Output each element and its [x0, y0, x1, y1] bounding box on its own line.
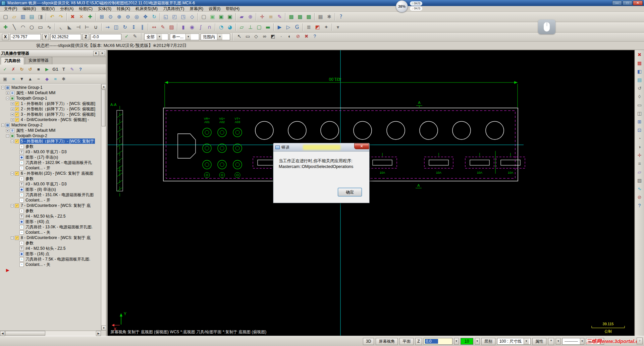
tree-row[interactable]: −▣Toolpath Group-2: [0, 133, 101, 138]
gview-button[interactable]: 屏幕视角: [376, 338, 398, 345]
levels-icon[interactable]: ≣: [305, 23, 313, 32]
surface-2-icon[interactable]: ◕: [226, 23, 234, 32]
tree-row[interactable]: T#3 - M3.00 平底刀 - D3: [0, 181, 101, 187]
chevron-down-icon[interactable]: ▼: [475, 338, 480, 345]
tree-expander[interactable]: −: [11, 140, 14, 143]
gview-right-icon[interactable]: ◳: [179, 13, 187, 21]
tree-horizontal-scrollbar[interactable]: ◀ ▶: [0, 331, 101, 336]
tree-expander[interactable]: +: [11, 108, 14, 111]
list-icon[interactable]: ≡: [636, 160, 644, 168]
tree-row[interactable]: −✓7 - Drill/Counterbore - [WCS: 复制于 底: [0, 203, 101, 208]
tree-expander[interactable]: +: [6, 129, 9, 132]
toggle-toolpath-display-icon[interactable]: ≈: [9, 75, 17, 83]
grid-settings-icon[interactable]: ▦: [316, 13, 325, 21]
select-window-icon[interactable]: ▭: [244, 33, 252, 41]
menu-item-10[interactable]: 设置(I): [206, 6, 223, 12]
menu-item-6[interactable]: 转换(X): [114, 6, 133, 12]
move-up-icon[interactable]: ▲: [26, 75, 34, 83]
ok-button[interactable]: 确定: [338, 188, 362, 196]
tree-insert-marker[interactable]: ▶: [0, 267, 101, 273]
tab-solids[interactable]: 实体管理器: [25, 57, 52, 64]
chamfer-icon[interactable]: ◣: [65, 23, 74, 32]
disable-icon[interactable]: ⊘: [636, 193, 644, 201]
split-view-icon[interactable]: ◫: [636, 109, 644, 117]
tree-row[interactable]: −✓8 - Drill/Counterbore - [WCS: 复制于 底: [0, 235, 101, 240]
tree-row[interactable]: +≣属性 - Mill Default MM: [0, 128, 101, 133]
zoom-window-icon[interactable]: ⊞: [98, 13, 106, 21]
toolpath-pocket-icon[interactable]: ▢: [255, 23, 263, 32]
backplot-sel-icon[interactable]: ▶: [43, 65, 51, 73]
attributes-button[interactable]: 属性: [532, 338, 546, 345]
tree-row[interactable]: ~Coolant... - 开: [0, 165, 101, 171]
undo-icon[interactable]: ↶: [48, 13, 56, 21]
tree-row[interactable]: ≡参数: [0, 240, 101, 246]
close-button[interactable]: ✕: [633, 1, 643, 5]
tree-row[interactable]: ◆图形 - (17) 串连(s): [0, 155, 101, 160]
scroll-right-icon[interactable]: ▶: [96, 331, 101, 336]
tree-row[interactable]: −▦Machine Group-1: [0, 85, 101, 90]
select-invert-icon[interactable]: ◐: [286, 33, 293, 41]
window-fit-icon[interactable]: ▭: [636, 101, 644, 109]
scroll-left-icon[interactable]: ◀: [0, 331, 5, 336]
menu-item-9[interactable]: 屏幕(R): [187, 6, 206, 12]
ops-help-icon[interactable]: ?: [76, 65, 85, 73]
selection-combo-inrange[interactable]: 范围内 ▼: [201, 34, 230, 40]
collapse-all-icon[interactable]: −: [35, 75, 43, 83]
tree-expander[interactable]: −: [11, 204, 14, 207]
tree-expander[interactable]: −: [6, 134, 9, 137]
3d-toggle-button[interactable]: 3D: [363, 338, 374, 345]
center-view-icon[interactable]: ⊡: [636, 126, 644, 134]
tree-row[interactable]: −✓6 - 外形铣削 (2D) - [WCS: 复制于 底视图: [0, 171, 101, 176]
undelete-icon[interactable]: ✚: [86, 13, 94, 21]
print-preview-icon[interactable]: ◨: [36, 13, 45, 21]
tree-expander[interactable]: −: [11, 172, 14, 175]
groups-button[interactable]: *: [548, 338, 554, 345]
regen-dirty-icon[interactable]: ↻: [18, 65, 26, 73]
tree-expander[interactable]: −: [6, 97, 9, 100]
menu-item-5[interactable]: 实体(S): [95, 6, 114, 12]
scrollbar-thumb[interactable]: [5, 331, 45, 336]
create-rect-icon[interactable]: ▭: [36, 23, 45, 32]
delete-icon[interactable]: ✖: [68, 13, 77, 21]
tree-expander[interactable]: +: [6, 92, 9, 95]
toolpath-drill-icon[interactable]: ⊥: [246, 23, 255, 32]
tree-row[interactable]: ~Coolant... - 关: [0, 262, 101, 267]
create-arc-icon[interactable]: ◠: [19, 23, 27, 32]
xform-scale-icon[interactable]: ↕: [129, 23, 138, 32]
speed-monitor-overlay[interactable]: 38% ↑ 0K/S ↓ 0K/S: [396, 0, 436, 13]
configuration-icon[interactable]: ✱: [325, 13, 333, 21]
tree-row[interactable]: T#4 - M2.50 钻头 - Z2.5: [0, 246, 101, 251]
redo-icon[interactable]: ↷: [57, 13, 65, 21]
gview-iso-icon[interactable]: ◇: [188, 13, 196, 21]
x-coordinate-input[interactable]: [10, 34, 41, 40]
select-help-icon[interactable]: ?: [311, 33, 319, 41]
view-a-icon[interactable]: ◧: [636, 67, 644, 75]
tree-expander[interactable]: −: [11, 236, 14, 239]
level-combo[interactable]: 100 : 尺寸线 ▼: [497, 338, 531, 345]
tree-row[interactable]: +≣属性 - Mill Default MM: [0, 90, 101, 96]
tree-expander[interactable]: +: [11, 118, 14, 121]
solid-extrude-icon[interactable]: ▮: [179, 23, 187, 32]
g1-verify-icon[interactable]: G1: [51, 65, 59, 73]
ruler-icon[interactable]: ≡: [267, 13, 275, 21]
graphics-canvas[interactable]: 431.00VR+A01VS+A02VT+A0310A10A10A10AA-AA…: [107, 50, 635, 336]
save-icon[interactable]: ▥: [19, 13, 27, 21]
select-last-icon[interactable]: ↖: [235, 33, 243, 41]
y-coordinate-input[interactable]: [50, 34, 81, 40]
chevron-down-icon[interactable]: ▼: [556, 338, 560, 345]
tree-row[interactable]: ◆图形 - (8) 串连(s): [0, 187, 101, 192]
gview-front-icon[interactable]: ◰: [170, 13, 179, 21]
tree-row[interactable]: ≈刀具路径 - 151.0K - 电源箱面板开孔图: [0, 192, 101, 197]
wcs-icon[interactable]: ⊕: [246, 13, 255, 21]
view-b-icon[interactable]: ▤: [636, 76, 644, 84]
create-line-icon[interactable]: ╲: [10, 23, 18, 32]
tree-expander[interactable]: +: [11, 102, 14, 105]
fastpoint-icon[interactable]: ✎: [131, 33, 139, 41]
select-end-icon[interactable]: ✖: [303, 33, 310, 41]
post-icon[interactable]: G: [293, 23, 301, 32]
menu-item-3[interactable]: 分析(A): [57, 6, 76, 12]
tree-row[interactable]: ≡参数: [0, 144, 101, 149]
raster-icon[interactable]: ▦: [636, 59, 644, 67]
xform-translate-icon[interactable]: →: [103, 23, 112, 32]
zoom-in-icon[interactable]: ⊕: [115, 13, 123, 21]
